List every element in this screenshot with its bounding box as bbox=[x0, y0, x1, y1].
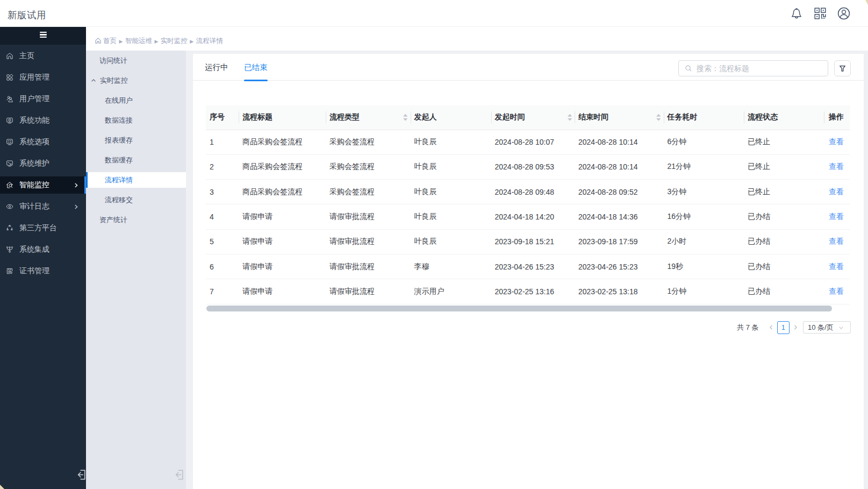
cell: 叶良辰 bbox=[411, 204, 491, 229]
sort-icons[interactable] bbox=[568, 114, 572, 121]
primary-menu: 主页应用管理用户管理系统功能系统选项系统维护智能监控审计日志第三方平台系统集成证… bbox=[0, 45, 86, 282]
view-link[interactable]: 查看 bbox=[829, 137, 844, 146]
cell: 3分钟 bbox=[664, 180, 744, 204]
breadcrumb-separator-icon: ▶ bbox=[190, 39, 193, 44]
sidebar-item-系统功能[interactable]: 系统功能 bbox=[0, 110, 86, 131]
column-header-label: 操作 bbox=[829, 112, 844, 121]
submenu-item-实时监控[interactable]: 实时监控 bbox=[86, 70, 186, 90]
sidebar-item-label: 应用管理 bbox=[19, 73, 49, 82]
sidebar-item-审计日志[interactable]: 审计日志 bbox=[0, 196, 86, 217]
caret-up-icon bbox=[568, 114, 572, 117]
caret-down-icon bbox=[656, 118, 661, 121]
breadcrumb-item-流程详情[interactable]: 流程详情 bbox=[196, 37, 223, 45]
breadcrumb-item-智能运维[interactable]: 智能运维 bbox=[125, 37, 152, 45]
search-icon bbox=[685, 65, 692, 72]
bell-icon[interactable] bbox=[790, 7, 803, 20]
search-input[interactable] bbox=[697, 64, 828, 73]
sidebar-item-label: 用户管理 bbox=[19, 94, 49, 104]
cell: 李穆 bbox=[411, 254, 491, 279]
caret-up-icon bbox=[403, 114, 408, 117]
cell: 叶良辰 bbox=[411, 229, 491, 254]
cell: 2 bbox=[206, 154, 239, 179]
user-icon[interactable] bbox=[837, 7, 850, 20]
sidebar-item-label: 主页 bbox=[19, 51, 34, 61]
main-area: 运行中 已结束 序号流程标题流程类型发起人发起时间结束时间任务耗时流程状态操作 … bbox=[186, 51, 868, 489]
tab-finished[interactable]: 已结束 bbox=[244, 54, 268, 81]
submenu-item-资产统计[interactable]: 资产统计 bbox=[86, 210, 186, 230]
view-link[interactable]: 查看 bbox=[829, 162, 844, 171]
table-header-row: 序号流程标题流程类型发起人发起时间结束时间任务耗时流程状态操作 bbox=[206, 105, 850, 130]
column-header-流程类型[interactable]: 流程类型 bbox=[326, 105, 411, 130]
prev-page-icon[interactable] bbox=[766, 321, 776, 334]
cell: 1 bbox=[206, 130, 239, 154]
submenu-item-流程详情[interactable]: 流程详情 bbox=[86, 170, 186, 190]
chevron-down-icon bbox=[838, 325, 844, 330]
horizontal-scrollbar[interactable] bbox=[206, 306, 832, 311]
cell: 已办结 bbox=[744, 229, 824, 254]
view-link[interactable]: 查看 bbox=[829, 237, 844, 245]
submenu-item-访问统计[interactable]: 访问统计 bbox=[86, 51, 186, 70]
submenu-item-数据连接[interactable]: 数据连接 bbox=[86, 110, 186, 130]
sort-icons[interactable] bbox=[656, 114, 661, 121]
cell: 3 bbox=[206, 180, 239, 204]
submenu-collapse-icon[interactable] bbox=[175, 470, 183, 480]
breadcrumb-item-首页[interactable]: 首页 bbox=[103, 37, 117, 45]
column-header-发起时间[interactable]: 发起时间 bbox=[491, 105, 575, 130]
tab-running[interactable]: 运行中 bbox=[205, 54, 228, 81]
cell: 2023-04-26 15:23 bbox=[575, 254, 664, 279]
view-link[interactable]: 查看 bbox=[829, 287, 844, 295]
filter-button[interactable] bbox=[834, 60, 851, 76]
column-header-label: 发起人 bbox=[414, 112, 437, 121]
sort-icons[interactable] bbox=[403, 114, 408, 121]
sidebar-item-第三方平台[interactable]: 第三方平台 bbox=[0, 217, 86, 239]
sidebar-item-智能监控[interactable]: 智能监控 bbox=[0, 174, 86, 196]
sidebar-item-系统维护[interactable]: 系统维护 bbox=[0, 153, 86, 174]
cell-action: 查看 bbox=[824, 130, 850, 154]
submenu-item-label: 资产统计 bbox=[99, 215, 127, 225]
qrcode-icon[interactable] bbox=[814, 8, 826, 19]
table-row: 3商品采购会签流程采购会签流程叶良辰2024-08-28 09:482024-0… bbox=[206, 180, 850, 204]
table-row: 4请假申请请假审批流程叶良辰2024-04-18 14:202024-04-18… bbox=[206, 204, 850, 229]
caret-down-icon bbox=[403, 118, 408, 121]
sidebar-item-用户管理[interactable]: 用户管理 bbox=[0, 88, 86, 110]
maintain-icon bbox=[6, 160, 13, 167]
breadcrumb-item-实时监控[interactable]: 实时监控 bbox=[161, 37, 188, 45]
table-row: 5请假申请请假审批流程叶良辰2023-09-18 15:212023-09-18… bbox=[206, 229, 850, 254]
submenu-item-流程移交[interactable]: 流程移交 bbox=[86, 190, 186, 210]
cell: 2024-08-28 09:52 bbox=[575, 180, 664, 204]
cell-action: 查看 bbox=[824, 154, 850, 179]
column-header-流程标题: 流程标题 bbox=[239, 105, 326, 130]
submenu-item-数据缓存[interactable]: 数据缓存 bbox=[86, 150, 186, 170]
sidebar-item-label: 智能监控 bbox=[19, 180, 49, 190]
sidebar-item-证书管理[interactable]: 证书管理 bbox=[0, 260, 86, 282]
cell: 2024-08-28 09:53 bbox=[491, 154, 575, 179]
breadcrumb-home-icon[interactable] bbox=[95, 37, 102, 44]
submenu-item-报表缓存[interactable]: 报表缓存 bbox=[86, 130, 186, 150]
view-link[interactable]: 查看 bbox=[829, 212, 844, 221]
page-number-button[interactable]: 1 bbox=[777, 321, 790, 334]
cell: 4 bbox=[206, 204, 239, 229]
cell: 请假审批流程 bbox=[326, 229, 411, 254]
column-header-结束时间[interactable]: 结束时间 bbox=[575, 105, 664, 130]
caret-down-icon bbox=[568, 118, 572, 121]
sidebar-item-系统选项[interactable]: 系统选项 bbox=[0, 131, 86, 153]
page-size-select[interactable]: 10 条/页 bbox=[803, 321, 851, 334]
home-icon bbox=[6, 52, 13, 60]
view-link[interactable]: 查看 bbox=[829, 187, 844, 196]
app-title: 新版试用 bbox=[8, 9, 46, 22]
sidebar-item-系统集成[interactable]: 系统集成 bbox=[0, 239, 86, 260]
sidebar-item-主页[interactable]: 主页 bbox=[0, 45, 86, 67]
sidebar-collapse-icon[interactable] bbox=[77, 470, 85, 480]
cell: 2023-09-18 17:59 bbox=[575, 229, 664, 254]
sidebar-item-应用管理[interactable]: 应用管理 bbox=[0, 67, 86, 88]
view-link[interactable]: 查看 bbox=[829, 262, 844, 271]
cell: 叶良辰 bbox=[411, 180, 491, 204]
sidebar-item-label: 证书管理 bbox=[19, 266, 49, 276]
cell: 2023-02-25 13:16 bbox=[491, 279, 575, 304]
breadcrumb-items: 首页▶智能运维▶实时监控▶流程详情 bbox=[103, 37, 223, 46]
chevron-right-icon bbox=[73, 182, 79, 188]
hamburger-icon[interactable] bbox=[40, 32, 47, 38]
cell: 2024-08-28 10:07 bbox=[491, 130, 575, 154]
submenu-item-在线用户[interactable]: 在线用户 bbox=[86, 90, 186, 110]
next-page-icon[interactable] bbox=[791, 321, 800, 334]
